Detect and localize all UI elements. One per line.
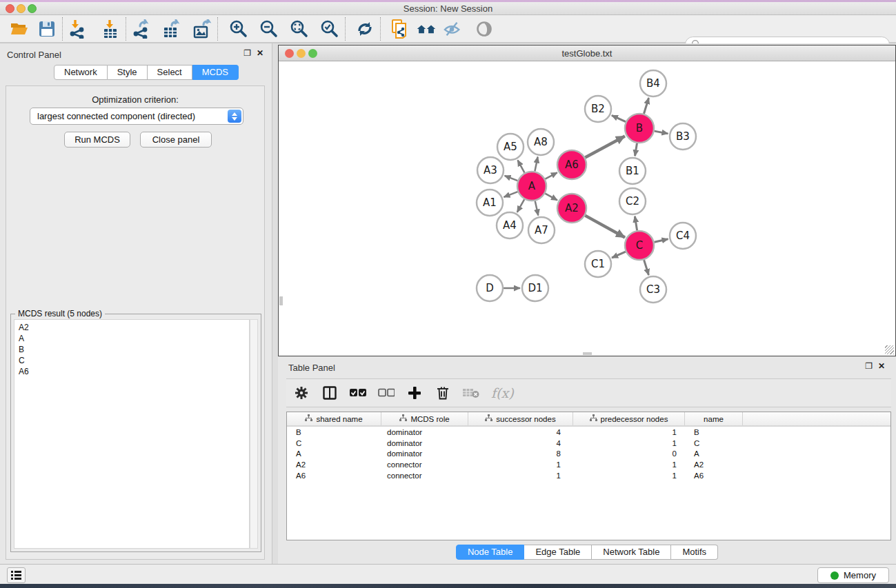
- select-all-rows-icon[interactable]: [350, 385, 366, 401]
- tab-node-table[interactable]: Node Table: [456, 545, 525, 560]
- close-table-panel-icon[interactable]: ✕: [878, 361, 885, 371]
- show-column-icon[interactable]: [321, 385, 338, 401]
- table-cell[interactable]: dominator: [381, 438, 468, 449]
- zoom-out-icon[interactable]: [259, 19, 279, 39]
- table-cell[interactable]: dominator: [381, 448, 468, 459]
- import-network-icon[interactable]: [68, 19, 88, 39]
- deselect-all-rows-icon[interactable]: [378, 385, 395, 401]
- task-history-button[interactable]: [7, 567, 26, 583]
- node-B2[interactable]: B2: [585, 96, 611, 122]
- tab-style[interactable]: Style: [108, 65, 148, 80]
- import-table-icon[interactable]: [101, 19, 120, 39]
- edge-A2-C[interactable]: [585, 216, 625, 238]
- first-neighbors-icon[interactable]: [417, 19, 436, 39]
- tab-select[interactable]: Select: [148, 65, 192, 80]
- edge-B-B3[interactable]: [655, 131, 668, 134]
- network-resize-grip[interactable]: [885, 345, 894, 354]
- mcds-result-list[interactable]: A2ABCA6: [14, 319, 250, 549]
- float-panel-icon[interactable]: ❐: [243, 48, 251, 58]
- table-cell[interactable]: C: [287, 438, 381, 449]
- delete-columns-icon[interactable]: [435, 385, 451, 401]
- node-A6[interactable]: A6: [557, 150, 586, 179]
- tab-motifs[interactable]: Motifs: [671, 545, 718, 560]
- node-A2[interactable]: A2: [557, 194, 586, 223]
- node-D1[interactable]: D1: [522, 275, 548, 301]
- node-A5[interactable]: A5: [497, 134, 524, 160]
- tab-mcds[interactable]: MCDS: [192, 65, 239, 80]
- edge-C-C2[interactable]: [635, 216, 637, 231]
- table-row[interactable]: A2connector11A2: [287, 459, 890, 470]
- tab-network[interactable]: Network: [54, 65, 108, 80]
- table-cell[interactable]: dominator: [381, 427, 468, 438]
- zoom-fit-icon[interactable]: [290, 19, 309, 39]
- table-row[interactable]: Adominator80A: [287, 448, 890, 459]
- table-row[interactable]: A6connector11A6: [287, 470, 890, 481]
- edge-B-B2[interactable]: [612, 115, 626, 121]
- tab-edge-table[interactable]: Edge Table: [524, 545, 592, 560]
- edge-A-A8[interactable]: [535, 157, 537, 172]
- table-cell[interactable]: A: [287, 448, 381, 459]
- edge-A-A3[interactable]: [505, 176, 518, 181]
- edge-B-B4[interactable]: [644, 98, 648, 114]
- zoom-selected-icon[interactable]: [320, 19, 339, 39]
- run-mcds-button[interactable]: Run MCDS: [64, 132, 130, 148]
- table-cell[interactable]: A: [685, 448, 743, 459]
- node-A8[interactable]: A8: [528, 129, 554, 155]
- table-row[interactable]: Bdominator41B: [287, 427, 890, 438]
- node-A1[interactable]: A1: [477, 190, 503, 216]
- node-C3[interactable]: C3: [640, 276, 666, 303]
- table-cell[interactable]: A2: [685, 459, 743, 470]
- edge-C-C3[interactable]: [644, 260, 649, 275]
- mcds-result-item[interactable]: A: [19, 333, 249, 344]
- node-C1[interactable]: C1: [585, 251, 611, 277]
- show-all-icon[interactable]: [475, 19, 494, 39]
- table-cell[interactable]: 1: [573, 427, 685, 438]
- node-D[interactable]: D: [477, 275, 503, 301]
- node-A3[interactable]: A3: [477, 157, 504, 183]
- node-B[interactable]: B: [625, 114, 654, 143]
- mcds-result-item[interactable]: C: [19, 355, 249, 366]
- edge-A-A1[interactable]: [504, 192, 517, 197]
- table-cell[interactable]: 1: [468, 470, 573, 481]
- network-graph[interactable]: AA6A2BCA5A8A3A1A4A7B2B4B3B1C2C4C1C3DD1: [279, 61, 895, 356]
- table-cell[interactable]: 4: [468, 427, 573, 438]
- export-image-icon[interactable]: [192, 19, 212, 39]
- mcds-result-item[interactable]: B: [19, 344, 249, 355]
- table-cell[interactable]: 4: [468, 438, 573, 449]
- add-column-icon[interactable]: [406, 385, 423, 401]
- node-C[interactable]: C: [625, 231, 654, 260]
- edge-A-A4[interactable]: [517, 199, 524, 212]
- table-row[interactable]: Cdominator41C: [287, 438, 890, 449]
- node-A7[interactable]: A7: [528, 217, 555, 243]
- new-network-from-selection-icon[interactable]: [390, 19, 410, 39]
- edge-A6-B[interactable]: [585, 136, 625, 157]
- memory-button[interactable]: Memory: [817, 567, 889, 583]
- node-B3[interactable]: B3: [670, 123, 696, 150]
- close-panel-button[interactable]: Close panel: [140, 132, 212, 148]
- tab-network-table[interactable]: Network Table: [592, 545, 671, 560]
- edge-A-A6[interactable]: [545, 172, 557, 179]
- table-cell[interactable]: B: [685, 427, 743, 438]
- zoom-in-icon[interactable]: [229, 19, 248, 39]
- column-header-name[interactable]: name: [685, 412, 743, 425]
- table-settings-icon[interactable]: [293, 385, 310, 401]
- node-C4[interactable]: C4: [670, 223, 696, 249]
- network-vertical-scroll-thumb[interactable]: [279, 296, 283, 305]
- table-cell[interactable]: C: [685, 438, 743, 449]
- table-cell[interactable]: B: [287, 427, 381, 438]
- edge-C-C1[interactable]: [612, 252, 626, 258]
- node-A4[interactable]: A4: [497, 212, 523, 239]
- table-cell[interactable]: A6: [287, 470, 381, 481]
- table-cell[interactable]: connector: [381, 459, 468, 470]
- edge-A-A2[interactable]: [545, 194, 557, 201]
- edge-A-A7[interactable]: [535, 201, 539, 215]
- edge-A-A5[interactable]: [518, 160, 525, 172]
- table-cell[interactable]: 1: [468, 459, 573, 470]
- node-A[interactable]: A: [517, 172, 546, 201]
- table-cell[interactable]: A2: [287, 459, 381, 470]
- table-cell[interactable]: A6: [685, 470, 743, 481]
- mcds-result-item[interactable]: A2: [19, 322, 249, 333]
- table-cell[interactable]: 1: [573, 459, 685, 470]
- export-table-icon[interactable]: [162, 19, 181, 39]
- column-header-successor-nodes[interactable]: successor nodes: [468, 412, 573, 425]
